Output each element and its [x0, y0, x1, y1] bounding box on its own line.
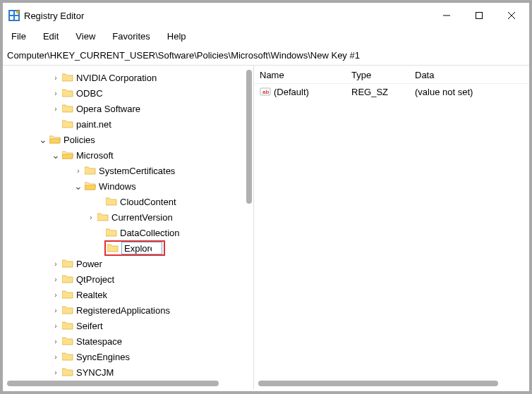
chevron-right-icon[interactable]: › — [51, 322, 61, 330]
tree-node[interactable]: ›SystemCertificates — [3, 163, 253, 178]
maximize-button[interactable] — [463, 5, 495, 26]
menu-favorites[interactable]: Favorites — [109, 30, 157, 43]
tree-node-label: NVIDIA Corporation — [76, 73, 157, 83]
tree-node[interactable]: ⌄Windows — [3, 178, 253, 194]
chevron-down-icon[interactable]: ⌄ — [38, 134, 48, 145]
tree-node[interactable]: ›Opera Software — [3, 101, 253, 116]
folder-icon — [62, 321, 73, 331]
string-value-icon: ab — [260, 86, 271, 97]
menu-view[interactable]: View — [73, 30, 102, 43]
window-title: Registry Editor — [24, 11, 84, 21]
tree-node[interactable]: ›ODBC — [3, 85, 253, 101]
tree-node-label: DataCollection — [120, 228, 180, 238]
tree-node[interactable]: ›QtProject — [3, 271, 253, 287]
chevron-right-icon[interactable]: › — [51, 276, 61, 283]
rename-input[interactable] — [121, 242, 162, 254]
chevron-down-icon[interactable]: ⌄ — [73, 180, 83, 192]
close-button[interactable] — [495, 5, 528, 26]
tree-node[interactable]: DataCollection — [3, 225, 253, 240]
svg-rect-7 — [476, 13, 483, 19]
main-panes: ›NVIDIA Corporation›ODBC›Opera Softwarep… — [3, 66, 529, 389]
tree-node-label: Seifert — [76, 321, 103, 331]
tree-node[interactable]: ›SyncEngines — [3, 349, 253, 364]
value-data: (value not set) — [415, 87, 529, 97]
svg-rect-1 — [10, 11, 13, 15]
tree-node[interactable]: ›CurrentVersion — [3, 209, 253, 225]
tree-node-label: paint.net — [76, 119, 111, 130]
chevron-right-icon[interactable]: › — [51, 260, 61, 268]
column-header-name[interactable]: Name — [260, 70, 351, 83]
folder-icon — [97, 212, 109, 222]
value-list-pane[interactable]: Name Type Data ab(Default)REG_SZ(value n… — [254, 66, 529, 389]
tree-node-label: RegisteredApplications — [76, 305, 170, 316]
value-name: (Default) — [274, 87, 309, 97]
folder-icon — [62, 119, 73, 129]
tree-node-label: Statespace — [76, 336, 122, 347]
folder-icon — [62, 352, 73, 362]
menu-bar: File Edit View Favorites Help — [3, 28, 529, 47]
tree-node[interactable]: ⌄Microsoft — [3, 147, 253, 163]
menu-edit[interactable]: Edit — [40, 30, 66, 43]
folder-open-icon — [62, 150, 73, 160]
list-horizontal-scrollbar[interactable] — [258, 381, 498, 386]
list-header: Name Type Data — [254, 66, 529, 84]
title-bar: Registry Editor — [3, 3, 529, 28]
chevron-right-icon[interactable]: › — [51, 105, 61, 113]
tree-node[interactable]: ›Seifert — [3, 318, 253, 333]
tree-node[interactable]: ›Power — [3, 256, 253, 271]
value-row[interactable]: ab(Default)REG_SZ(value not set) — [254, 84, 529, 99]
tree-vertical-scrollbar[interactable] — [246, 70, 252, 204]
folder-icon — [62, 104, 73, 113]
tree-node[interactable]: ›RegisteredApplications — [3, 302, 253, 318]
tree-node[interactable]: ›SYNCJM — [3, 364, 253, 380]
tree-node[interactable]: ⌄Policies — [3, 132, 253, 147]
tree-node-label: Policies — [64, 135, 95, 145]
chevron-right-icon[interactable]: › — [51, 90, 61, 97]
tree-node-label: CurrentVersion — [111, 212, 173, 223]
folder-icon — [62, 274, 73, 284]
column-header-type[interactable]: Type — [351, 70, 415, 83]
tree-node-label: SYNCJM — [76, 367, 114, 378]
folder-icon — [106, 197, 117, 207]
chevron-down-icon[interactable]: ⌄ — [51, 149, 61, 161]
folder-icon — [85, 166, 96, 176]
chevron-right-icon[interactable]: › — [86, 214, 96, 221]
minimize-button[interactable] — [430, 5, 463, 26]
chevron-right-icon[interactable]: › — [51, 74, 61, 82]
tree-node[interactable]: paint.net — [3, 116, 253, 132]
tree-node-label: Power — [76, 259, 102, 269]
chevron-right-icon[interactable]: › — [51, 369, 61, 376]
chevron-right-icon[interactable]: › — [51, 291, 61, 299]
folder-icon — [62, 305, 73, 315]
folder-icon — [62, 336, 73, 346]
folder-open-icon — [85, 181, 96, 191]
folder-icon — [62, 290, 73, 300]
tree-horizontal-scrollbar[interactable] — [7, 381, 219, 386]
tree-node[interactable] — [3, 240, 253, 256]
folder-icon — [106, 228, 117, 238]
svg-rect-3 — [10, 16, 13, 20]
svg-text:ab: ab — [262, 89, 269, 95]
folder-icon — [62, 367, 73, 377]
folder-icon — [62, 259, 73, 269]
column-header-data[interactable]: Data — [415, 70, 529, 83]
tree-node[interactable]: ›Statespace — [3, 333, 253, 349]
chevron-right-icon[interactable]: › — [51, 353, 61, 361]
tree-node[interactable]: ›Realtek — [3, 287, 253, 302]
svg-point-5 — [16, 11, 19, 13]
tree-node[interactable]: ›NVIDIA Corporation — [3, 70, 253, 85]
chevron-right-icon[interactable]: › — [51, 307, 61, 314]
tree-node-label: Microsoft — [76, 150, 114, 161]
chevron-right-icon[interactable]: › — [51, 338, 61, 345]
menu-file[interactable]: File — [8, 30, 33, 43]
value-type: REG_SZ — [351, 87, 415, 97]
chevron-right-icon[interactable]: › — [73, 167, 83, 175]
tree-node-label: ODBC — [76, 88, 103, 99]
address-bar[interactable]: Computer\HKEY_CURRENT_USER\Software\Poli… — [3, 47, 529, 66]
regedit-icon — [8, 10, 20, 21]
tree-node-label: CloudContent — [120, 197, 176, 207]
tree-pane[interactable]: ›NVIDIA Corporation›ODBC›Opera Softwarep… — [3, 66, 254, 389]
menu-help[interactable]: Help — [164, 30, 193, 43]
tree-node[interactable]: CloudContent — [3, 194, 253, 209]
tree-node-label: SyncEngines — [76, 352, 130, 362]
